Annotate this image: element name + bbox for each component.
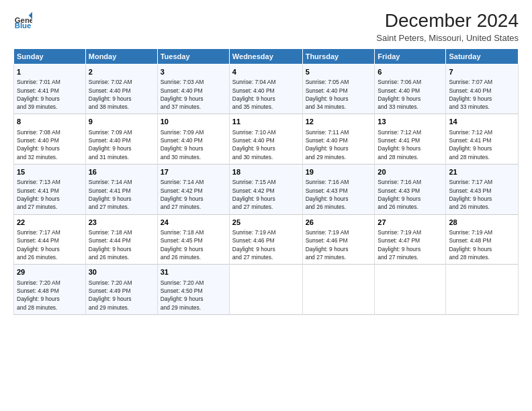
day-number: 25 [232, 218, 300, 228]
day-number: 28 [449, 218, 515, 228]
day-info: Sunrise: 7:06 AMSunset: 4:40 PMDaylight:… [378, 78, 443, 111]
table-row [229, 265, 302, 315]
table-row: 21Sunrise: 7:17 AMSunset: 4:43 PMDayligh… [446, 165, 519, 215]
calendar-week-row: 15Sunrise: 7:13 AMSunset: 4:41 PMDayligh… [14, 165, 519, 215]
col-tuesday: Tuesday [157, 48, 229, 64]
calendar-week-row: 8Sunrise: 7:08 AMSunset: 4:40 PMDaylight… [14, 114, 519, 165]
day-number: 8 [17, 117, 83, 127]
table-row: 17Sunrise: 7:14 AMSunset: 4:42 PMDayligh… [157, 165, 229, 215]
table-row: 22Sunrise: 7:17 AMSunset: 4:44 PMDayligh… [14, 214, 86, 265]
day-number: 26 [306, 218, 372, 228]
day-number: 29 [17, 267, 83, 277]
day-info: Sunrise: 7:19 AMSunset: 4:46 PMDaylight:… [306, 228, 372, 261]
day-info: Sunrise: 7:16 AMSunset: 4:43 PMDaylight:… [378, 178, 443, 211]
day-info: Sunrise: 7:17 AMSunset: 4:44 PMDaylight:… [17, 228, 83, 261]
day-info: Sunrise: 7:02 AMSunset: 4:40 PMDaylight:… [89, 78, 154, 111]
table-row: 31Sunrise: 7:20 AMSunset: 4:50 PMDayligh… [157, 265, 229, 315]
col-monday: Monday [85, 48, 157, 64]
day-info: Sunrise: 7:09 AMSunset: 4:40 PMDaylight:… [161, 128, 226, 161]
day-info: Sunrise: 7:10 AMSunset: 4:40 PMDaylight:… [232, 128, 300, 161]
table-row: 13Sunrise: 7:12 AMSunset: 4:41 PMDayligh… [375, 114, 446, 165]
day-info: Sunrise: 7:15 AMSunset: 4:42 PMDaylight:… [232, 178, 300, 211]
day-number: 16 [89, 167, 154, 177]
day-info: Sunrise: 7:18 AMSunset: 4:44 PMDaylight:… [89, 228, 154, 261]
day-number: 12 [306, 117, 372, 127]
day-number: 31 [161, 267, 226, 277]
table-row: 23Sunrise: 7:18 AMSunset: 4:44 PMDayligh… [85, 214, 157, 265]
table-row: 24Sunrise: 7:18 AMSunset: 4:45 PMDayligh… [157, 214, 229, 265]
day-number: 17 [161, 167, 226, 177]
day-info: Sunrise: 7:14 AMSunset: 4:41 PMDaylight:… [89, 178, 154, 211]
day-info: Sunrise: 7:18 AMSunset: 4:45 PMDaylight:… [161, 228, 226, 261]
col-saturday: Saturday [446, 48, 519, 64]
day-info: Sunrise: 7:09 AMSunset: 4:40 PMDaylight:… [89, 128, 154, 161]
calendar-week-row: 29Sunrise: 7:20 AMSunset: 4:48 PMDayligh… [14, 265, 519, 315]
day-number: 13 [378, 117, 443, 127]
day-info: Sunrise: 7:20 AMSunset: 4:48 PMDaylight:… [17, 279, 83, 312]
table-row: 15Sunrise: 7:13 AMSunset: 4:41 PMDayligh… [14, 165, 86, 215]
day-number: 23 [89, 218, 154, 228]
table-row: 30Sunrise: 7:20 AMSunset: 4:49 PMDayligh… [85, 265, 157, 315]
day-info: Sunrise: 7:16 AMSunset: 4:43 PMDaylight:… [306, 178, 372, 211]
day-number: 24 [161, 218, 226, 228]
day-number: 4 [232, 67, 300, 77]
day-info: Sunrise: 7:17 AMSunset: 4:43 PMDaylight:… [449, 178, 515, 211]
day-info: Sunrise: 7:07 AMSunset: 4:40 PMDaylight:… [449, 78, 515, 111]
day-number: 27 [378, 218, 443, 228]
logo-icon: General Blue [13, 11, 32, 30]
header: General Blue December 2024 Saint Peters,… [13, 11, 519, 43]
table-row: 5Sunrise: 7:05 AMSunset: 4:40 PMDaylight… [302, 64, 375, 114]
table-row: 14Sunrise: 7:12 AMSunset: 4:41 PMDayligh… [446, 114, 519, 165]
day-info: Sunrise: 7:12 AMSunset: 4:41 PMDaylight:… [378, 128, 443, 161]
table-row: 7Sunrise: 7:07 AMSunset: 4:40 PMDaylight… [446, 64, 519, 114]
day-info: Sunrise: 7:11 AMSunset: 4:40 PMDaylight:… [306, 128, 372, 161]
calendar-table: Sunday Monday Tuesday Wednesday Thursday… [13, 48, 519, 315]
day-number: 9 [89, 117, 154, 127]
table-row: 8Sunrise: 7:08 AMSunset: 4:40 PMDaylight… [14, 114, 86, 165]
day-info: Sunrise: 7:14 AMSunset: 4:42 PMDaylight:… [161, 178, 226, 211]
day-info: Sunrise: 7:20 AMSunset: 4:50 PMDaylight:… [161, 279, 226, 312]
day-info: Sunrise: 7:19 AMSunset: 4:48 PMDaylight:… [449, 228, 515, 261]
col-friday: Friday [375, 48, 446, 64]
day-number: 3 [161, 67, 226, 77]
table-row: 1Sunrise: 7:01 AMSunset: 4:41 PMDaylight… [14, 64, 86, 114]
table-row: 27Sunrise: 7:19 AMSunset: 4:47 PMDayligh… [375, 214, 446, 265]
day-info: Sunrise: 7:08 AMSunset: 4:40 PMDaylight:… [17, 128, 83, 161]
table-row: 28Sunrise: 7:19 AMSunset: 4:48 PMDayligh… [446, 214, 519, 265]
table-row: 10Sunrise: 7:09 AMSunset: 4:40 PMDayligh… [157, 114, 229, 165]
col-wednesday: Wednesday [229, 48, 302, 64]
table-row: 2Sunrise: 7:02 AMSunset: 4:40 PMDaylight… [85, 64, 157, 114]
table-row: 20Sunrise: 7:16 AMSunset: 4:43 PMDayligh… [375, 165, 446, 215]
day-number: 19 [306, 167, 372, 177]
table-row: 12Sunrise: 7:11 AMSunset: 4:40 PMDayligh… [302, 114, 375, 165]
table-row [446, 265, 519, 315]
day-info: Sunrise: 7:04 AMSunset: 4:40 PMDaylight:… [232, 78, 300, 111]
table-row: 4Sunrise: 7:04 AMSunset: 4:40 PMDaylight… [229, 64, 302, 114]
day-number: 2 [89, 67, 154, 77]
day-number: 1 [17, 67, 83, 77]
table-row: 19Sunrise: 7:16 AMSunset: 4:43 PMDayligh… [302, 165, 375, 215]
day-number: 5 [306, 67, 372, 77]
day-number: 7 [449, 67, 515, 77]
subtitle: Saint Peters, Missouri, United States [376, 33, 519, 43]
table-row [375, 265, 446, 315]
table-row: 29Sunrise: 7:20 AMSunset: 4:48 PMDayligh… [14, 265, 86, 315]
day-number: 30 [89, 267, 154, 277]
table-row: 16Sunrise: 7:14 AMSunset: 4:41 PMDayligh… [85, 165, 157, 215]
day-number: 22 [17, 218, 83, 228]
svg-text:Blue: Blue [15, 21, 32, 30]
day-info: Sunrise: 7:20 AMSunset: 4:49 PMDaylight:… [89, 279, 154, 312]
day-number: 11 [232, 117, 300, 127]
day-number: 18 [232, 167, 300, 177]
table-row: 25Sunrise: 7:19 AMSunset: 4:46 PMDayligh… [229, 214, 302, 265]
table-row: 9Sunrise: 7:09 AMSunset: 4:40 PMDaylight… [85, 114, 157, 165]
calendar-week-row: 22Sunrise: 7:17 AMSunset: 4:44 PMDayligh… [14, 214, 519, 265]
table-row: 26Sunrise: 7:19 AMSunset: 4:46 PMDayligh… [302, 214, 375, 265]
title-block: December 2024 Saint Peters, Missouri, Un… [376, 11, 519, 43]
table-row: 11Sunrise: 7:10 AMSunset: 4:40 PMDayligh… [229, 114, 302, 165]
page: General Blue December 2024 Saint Peters,… [0, 0, 532, 411]
table-row: 3Sunrise: 7:03 AMSunset: 4:40 PMDaylight… [157, 64, 229, 114]
table-row [302, 265, 375, 315]
table-row: 6Sunrise: 7:06 AMSunset: 4:40 PMDaylight… [375, 64, 446, 114]
day-number: 20 [378, 167, 443, 177]
